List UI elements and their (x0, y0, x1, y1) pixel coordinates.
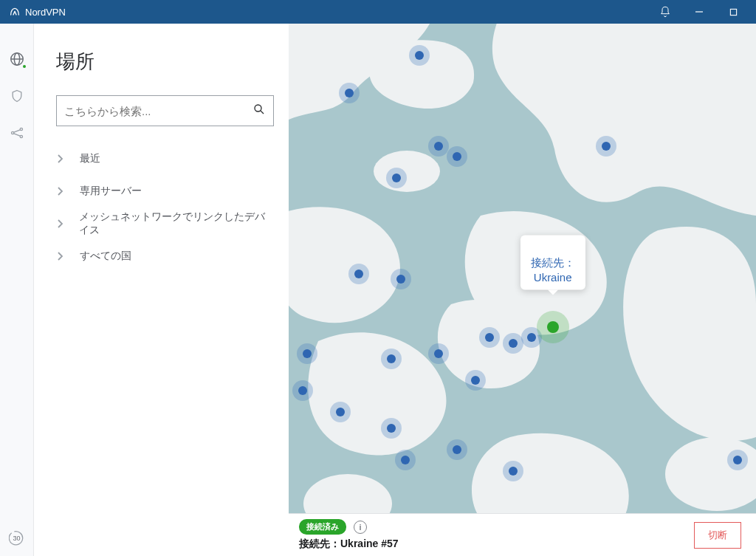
sidebar-item-meshnet[interactable]: メッシュネットワークでリンクしたデバイス (56, 207, 274, 240)
map-server-pin[interactable] (409, 45, 430, 66)
svg-line-8 (13, 130, 19, 132)
map-server-pin[interactable] (428, 343, 449, 364)
sidebar-item-label: 専用サーバー (80, 185, 142, 198)
map-server-pin[interactable] (292, 380, 313, 401)
map-server-pin[interactable] (391, 269, 411, 289)
map-server-pin[interactable] (428, 136, 449, 157)
map-server-pin-active[interactable] (537, 311, 569, 343)
timer-label: 30 (13, 535, 20, 542)
sidebar-item-recent[interactable]: 最近 (56, 143, 274, 175)
mesh-icon (10, 126, 24, 140)
sidebar-nav-list: 最近 専用サーバー メッシュネットワークでリンクしたデバイス すべての国 (56, 143, 274, 272)
rail-mesh-button[interactable] (8, 124, 26, 142)
window-minimize-button[interactable] (682, 0, 716, 24)
sidebar-item-dedicated[interactable]: 専用サーバー (56, 175, 274, 207)
map-tooltip: 接続先： Ukraine (520, 235, 585, 290)
svg-point-5 (11, 131, 13, 134)
info-icon[interactable]: i (354, 521, 367, 534)
map-server-pin[interactable] (447, 146, 467, 167)
bell-icon (659, 6, 671, 18)
sidebar: 場所 最近 専用サーバー メッシュネットワークでリンクしたデバイス すべての (34, 24, 289, 556)
map-server-pin[interactable] (395, 450, 416, 470)
nav-rail: 30 (0, 24, 34, 556)
status-dot-icon (21, 64, 27, 69)
maximize-icon (729, 8, 738, 16)
svg-point-13 (374, 151, 440, 192)
map-server-pin[interactable] (381, 349, 402, 369)
map-tooltip-text: 接続先： Ukraine (531, 256, 575, 284)
sidebar-heading: 場所 (56, 49, 274, 75)
svg-point-6 (20, 128, 22, 130)
sidebar-item-all-countries[interactable]: すべての国 (56, 240, 274, 272)
map-server-pin[interactable] (503, 461, 523, 481)
svg-line-9 (13, 134, 19, 136)
map-server-pin[interactable] (479, 327, 500, 348)
map-server-pin[interactable] (727, 450, 748, 470)
rail-globe-button[interactable] (8, 50, 26, 68)
svg-rect-1 (730, 9, 736, 15)
connected-badge: 接続済み (299, 519, 346, 535)
app-logo: NordVPN (9, 6, 66, 18)
map-server-pin[interactable] (297, 343, 317, 364)
map-server-pin[interactable] (465, 370, 486, 391)
map-server-pin[interactable] (339, 83, 360, 103)
svg-point-7 (20, 135, 22, 137)
main-content: 30 場所 最近 専用サーバー メッシュネットワークでリンクしたデバイス (0, 24, 756, 556)
rail-timer-button[interactable]: 30 (8, 529, 26, 547)
window-maximize-button[interactable] (716, 0, 750, 24)
map-area[interactable]: 接続先： Ukraine 接続済み i 接続先：Ukraine #57 切断 (289, 24, 756, 556)
map-server-pin[interactable] (596, 136, 616, 157)
minimize-icon (695, 7, 704, 16)
map-server-pin[interactable] (348, 264, 369, 284)
map-server-pin[interactable] (386, 168, 407, 188)
map-server-pin[interactable] (381, 418, 402, 439)
chevron-right-icon (56, 186, 66, 196)
sidebar-item-label: 最近 (80, 152, 100, 165)
map-server-pin[interactable] (503, 333, 523, 354)
disconnect-button[interactable]: 切断 (694, 522, 741, 549)
connection-status-bar: 接続済み i 接続先：Ukraine #57 切断 (289, 513, 756, 556)
titlebar: NordVPN (0, 0, 756, 24)
svg-point-10 (255, 105, 261, 111)
shield-icon (10, 89, 24, 103)
search-box[interactable] (56, 95, 274, 126)
chevron-right-icon (56, 251, 66, 261)
nordvpn-logo-icon (9, 6, 21, 18)
chevron-right-icon (56, 219, 66, 229)
notifications-button[interactable] (648, 0, 682, 24)
map-server-pin[interactable] (447, 439, 467, 460)
search-input[interactable] (64, 105, 252, 117)
connection-status-text: 接続先：Ukraine #57 (299, 538, 399, 551)
svg-line-11 (261, 111, 264, 114)
sidebar-item-label: メッシュネットワークでリンクしたデバイス (79, 210, 274, 237)
sidebar-item-label: すべての国 (80, 250, 131, 263)
chevron-right-icon (56, 154, 66, 164)
rail-shield-button[interactable] (8, 87, 26, 105)
map-server-pin[interactable] (330, 402, 351, 422)
search-icon (252, 103, 266, 119)
app-name: NordVPN (25, 7, 66, 18)
